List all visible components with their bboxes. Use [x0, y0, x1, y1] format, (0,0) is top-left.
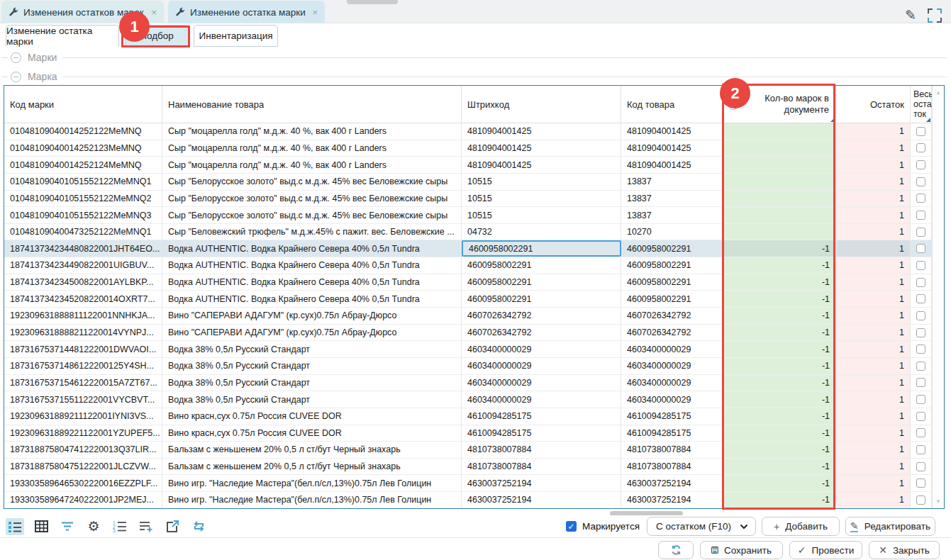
cell-product-name[interactable]: Водка 38% 0,5л Русский Стандарт — [162, 341, 462, 357]
cell-mark-code[interactable]: 01048109040014252122MeMNQ — [4, 123, 162, 140]
cell-mark-code[interactable]: 1874137342345208220014OXRT7... — [4, 291, 162, 307]
cell-mark-code[interactable]: 192309631888811122001NNHKJA... — [4, 308, 162, 324]
cell-product-code[interactable]: 4600958002291 — [621, 257, 724, 274]
cell-barcode[interactable]: 4607026342792 — [462, 308, 621, 324]
cell-remainder[interactable]: 1 — [836, 442, 911, 458]
cell-barcode[interactable]: 4630037252194 — [462, 492, 621, 508]
cell-mark-code[interactable]: 010481090400473252122MeMNQ1 — [4, 224, 162, 240]
cell-barcode[interactable]: 4600958002291 — [462, 291, 621, 307]
cell-mark-code[interactable]: 1933035896465302220016EZZPLF... — [4, 475, 162, 491]
cell-remainder[interactable]: 1 — [836, 375, 911, 391]
row-checkbox[interactable] — [916, 445, 925, 454]
cell-product-code[interactable]: 4810904001425 — [621, 140, 724, 157]
row-checkbox[interactable] — [916, 228, 925, 237]
open-external-icon[interactable] — [163, 518, 182, 535]
collapse-icon[interactable] — [11, 52, 21, 63]
cell-remainder[interactable]: 1 — [836, 224, 911, 240]
row-checkbox[interactable] — [916, 278, 925, 287]
cell-remainder[interactable]: 1 — [836, 492, 911, 508]
cell-product-code[interactable]: 4630037252194 — [621, 492, 724, 508]
cell-product-code[interactable]: 4600958002291 — [621, 274, 724, 291]
col-header-remainder[interactable]: Остаток — [836, 86, 911, 123]
cell-product-name[interactable]: Водка 38% 0,5л Русский Стандарт — [162, 358, 462, 374]
cell-barcode[interactable]: 10515 — [462, 207, 621, 223]
remainder-mode-dropdown[interactable]: С остатком (F10) — [647, 517, 756, 536]
cell-product-code[interactable]: 4603400000029 — [621, 375, 724, 391]
add-button[interactable]: + Добавить — [762, 517, 840, 536]
cell-product-code[interactable]: 10270 — [621, 224, 724, 240]
cell-product-name[interactable]: Водка AUTHENTIC. Водка Крайнего Севера 4… — [162, 257, 462, 274]
row-checkbox[interactable] — [916, 412, 925, 421]
cell-barcode[interactable]: 10515 — [462, 191, 621, 207]
cell-barcode[interactable]: 4603400000029 — [462, 375, 621, 391]
cell-remainder[interactable]: 1 — [836, 459, 911, 475]
col-header-barcode[interactable]: Штрихкод — [462, 86, 621, 123]
cell-mark-code[interactable]: 187413734234480822001JHT64EO... — [4, 240, 162, 257]
cell-remainder[interactable]: 1 — [836, 257, 911, 274]
cell-product-name[interactable]: Водка AUTHENTIC. Водка Крайнего Севера 4… — [162, 274, 462, 291]
cell-mark-code[interactable]: 18731675371486122200125Y4SH... — [4, 358, 162, 374]
cell-product-code[interactable]: 4607026342792 — [621, 308, 724, 324]
col-header-product-code[interactable]: Код товара — [621, 86, 724, 123]
cell-product-name[interactable]: Водка AUTHENTIC. Водка Крайнего Севера 4… — [162, 240, 462, 257]
row-checkbox[interactable] — [916, 311, 925, 320]
cell-remainder[interactable]: 1 — [836, 207, 911, 223]
repeat-icon[interactable] — [189, 518, 208, 535]
fullscreen-expand-icon[interactable] — [928, 9, 942, 23]
cell-mark-code[interactable]: 1873188758047412220013Q37LIR... — [4, 442, 162, 458]
cell-remainder[interactable]: 1 — [836, 174, 911, 190]
row-checkbox[interactable] — [916, 362, 925, 371]
cell-product-code[interactable]: 4810738007884 — [621, 459, 724, 475]
row-checkbox[interactable] — [916, 462, 925, 471]
cell-product-name[interactable]: Сыр "Белорусское золото" выд.с м.д.ж. 45… — [162, 191, 462, 207]
cell-product-code[interactable]: 13837 — [621, 191, 724, 207]
cell-product-name[interactable]: Водка 38% 0,5л Русский Стандарт — [162, 391, 462, 408]
cell-barcode[interactable]: 4603400000029 — [462, 391, 621, 408]
cell-barcode[interactable]: 4607026342792 — [462, 325, 621, 341]
cell-mark-code[interactable]: 192309631889211122001IYNI3VS... — [4, 408, 162, 425]
cell-barcode[interactable]: 04732 — [462, 224, 621, 240]
row-checkbox[interactable] — [916, 328, 925, 337]
cell-barcode[interactable]: 10515 — [462, 174, 621, 190]
cell-product-name[interactable]: Бальзам с женьшенем 20% 0,5 л ст/бут Чер… — [162, 442, 462, 458]
cell-mark-code[interactable]: 010481090401051552122MeMNQ1 — [4, 174, 162, 190]
cell-mark-code[interactable]: 010481090401051552122MeMNQ3 — [4, 207, 162, 223]
cell-barcode[interactable]: 4600958002291 — [462, 274, 621, 291]
edit-pencil-icon[interactable]: ✎ — [905, 7, 916, 23]
cell-product-name[interactable]: Бальзам с женьшенем 20% 0,5 л ст/бут Чер… — [162, 459, 462, 475]
cell-product-name[interactable]: Сыр "Белорусское золото" выд.с м.д.ж. 45… — [162, 174, 462, 190]
cell-remainder[interactable]: 1 — [836, 274, 911, 291]
edit-button[interactable]: ✎ Редактировать — [845, 517, 935, 536]
cell-product-name[interactable]: Сыр "моцарелла голд" м.д.ж. 40 %, вак 40… — [162, 123, 462, 140]
col-header-product-name[interactable]: Наименование товара — [162, 86, 462, 123]
cell-remainder[interactable]: 1 — [836, 408, 911, 425]
row-checkbox[interactable] — [916, 395, 925, 404]
row-checkbox[interactable] — [916, 345, 925, 354]
tab-izmenenie-ostatka-marki[interactable]: Изменение остатка марки × — [168, 1, 325, 23]
cell-remainder[interactable]: 1 — [836, 475, 911, 491]
cell-remainder[interactable]: 1 — [836, 140, 911, 157]
cell-product-name[interactable]: Вино игр. "Наследие Мастера"(бел.п/сл,13… — [162, 492, 462, 508]
tab-close-icon[interactable]: × — [151, 7, 157, 18]
cell-product-name[interactable]: Вино игр. "Наследие Мастера"(бел.п/сл,13… — [162, 475, 462, 491]
cell-product-code[interactable]: 4603400000029 — [621, 341, 724, 357]
cell-barcode[interactable]: 4600958002291 — [462, 240, 621, 257]
cell-product-name[interactable]: Вино "САПЕРАВИ АДАГУМ" (кр.сух)0.75л Абр… — [162, 308, 462, 324]
cell-product-code[interactable]: 4610094285175 — [621, 408, 724, 425]
cell-product-name[interactable]: Сыр "моцарелла голд" м.д.ж. 40 %, вак 40… — [162, 157, 462, 173]
row-checkbox[interactable] — [916, 294, 925, 303]
row-checkbox[interactable] — [916, 194, 925, 203]
post-button[interactable]: ✓ Провести — [789, 541, 862, 559]
cell-product-code[interactable]: 4630037252194 — [621, 475, 724, 491]
cell-mark-code[interactable]: 1873167537154612220015A7ZT67... — [4, 375, 162, 391]
markable-checkbox[interactable]: ✓ — [566, 521, 577, 532]
cell-product-name[interactable]: Сыр "моцарелла голд" м.д.ж. 40 %, вак 40… — [162, 140, 462, 157]
cell-product-name[interactable]: Вино "САПЕРАВИ АДАГУМ" (кр.сух)0.75л Абр… — [162, 325, 462, 341]
cell-product-code[interactable]: 4607026342792 — [621, 325, 724, 341]
cell-mark-code[interactable]: 187316753714481222001DWVAOI... — [4, 341, 162, 357]
row-checkbox[interactable] — [916, 127, 925, 136]
cell-remainder[interactable]: 1 — [836, 240, 911, 257]
cell-remainder[interactable]: 1 — [836, 308, 911, 324]
row-checkbox[interactable] — [916, 244, 925, 253]
cell-product-code[interactable]: 4600958002291 — [621, 291, 724, 307]
